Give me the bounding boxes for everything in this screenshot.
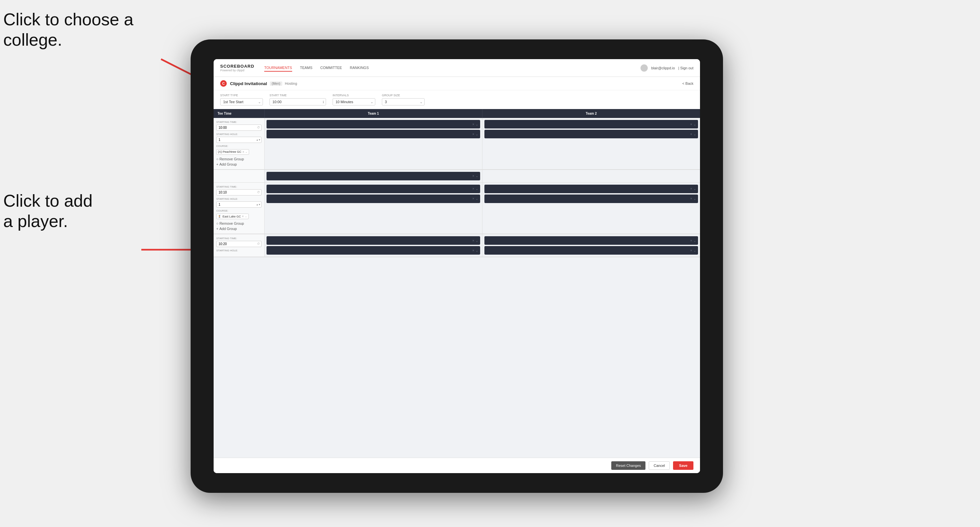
time-icon-1: ⏱ [257,126,260,129]
slot-arr-icon[interactable]: ⌄ [476,132,478,136]
player-slot-2-2-2[interactable]: × ⌄ [484,195,698,203]
group-size-group: Group Size 3 [382,94,425,105]
player-slot-2-2-1[interactable]: × ⌄ [484,185,698,193]
sub-header: C Clippd Invitational (Men) Hosting < Ba… [214,77,700,90]
group-size-select[interactable]: 3 [382,98,425,105]
add-group-btn-2[interactable]: + Add Group [216,226,262,231]
add-icon-1: + [216,162,218,166]
player-slot-1-1-1[interactable]: × ⌄ [267,120,480,129]
slot-arr-icon[interactable]: ⌄ [476,249,478,252]
tablet-screen: SCOREBOARD Powered by clippd TOURNAMENTS… [214,59,700,473]
slot-x-icon[interactable]: × [690,132,692,136]
slot-arr-icon[interactable]: ⌄ [476,174,478,178]
slot-x-icon[interactable]: × [472,249,474,252]
slot-x-icon[interactable]: × [472,239,474,243]
course-arr-2[interactable]: ⌄ [245,215,247,218]
brand-logo: SCOREBOARD Powered by clippd [220,64,264,72]
slot-arr-icon[interactable]: ⌄ [694,122,696,126]
slot-x-icon[interactable]: × [690,122,692,126]
teams-col-3: × ⌄ × ⌄ × ⌄ [264,234,700,257]
nav-committee[interactable]: COMMITTEE [320,64,342,71]
player-slot-1-2-2[interactable]: × ⌄ [484,130,698,138]
remove-group-btn-2[interactable]: ○ Remove Group [216,221,262,226]
team1-col-1b: × ⌄ [264,170,482,183]
slot-arr-icon[interactable]: ⌄ [694,187,696,190]
starting-time-input-2[interactable] [216,189,262,195]
slot-x-icon[interactable]: × [472,122,474,126]
content-area: Tee Time Team 1 Team 2 STARTING TIME: ⏱ … [214,109,700,473]
starting-hole-label-2: STARTING HOLE: [216,197,262,200]
course-arr-1[interactable]: ⌄ [245,151,247,154]
player-slot-1-1-2[interactable]: × ⌄ [267,130,480,138]
app-logo: C [220,80,227,87]
brand-sub: Powered by clippd [220,69,264,72]
slot-arr-icon[interactable]: ⌄ [694,132,696,136]
remove-group-label-1: Remove Group [220,157,244,161]
slot-x-icon[interactable]: × [472,174,474,178]
save-button[interactable]: Save [673,461,694,470]
course-remove-2[interactable]: × [242,214,244,218]
team1-col-3: × ⌄ × ⌄ [264,234,482,257]
player-slot-1-2-1[interactable]: × ⌄ [484,120,698,129]
slot-arr-icon[interactable]: ⌄ [476,197,478,200]
start-type-group: Start Type 1st Tee Start [220,94,263,105]
slot-x-icon[interactable]: × [472,197,474,200]
nav-rankings[interactable]: RANKINGS [350,64,369,71]
slot-x-icon[interactable]: × [690,249,692,252]
player-slot-3-1-1[interactable]: × ⌄ [267,236,480,245]
player-slot-2-1-1[interactable]: × ⌄ [267,185,480,193]
group-row-2: STARTING TIME: ⏱ STARTING HOLE: ▲▼ COURS… [214,183,700,235]
add-group-btn-1[interactable]: + Add Group [216,162,262,167]
annotation-add-player: Click to adda player. [3,190,93,232]
hosting-label: Hosting [285,81,297,86]
cancel-button[interactable]: Cancel [649,461,670,470]
course-tag-2[interactable]: 🏌 East Lake GC × ⌄ [216,214,249,219]
slot-arr-icon[interactable]: ⌄ [694,197,696,200]
slot-arr-icon[interactable]: ⌄ [476,239,478,243]
nav-bar: SCOREBOARD Powered by clippd TOURNAMENTS… [214,59,700,77]
remove-group-btn-1[interactable]: ○ Remove Group [216,157,262,161]
back-button[interactable]: < Back [682,81,694,86]
slot-arr-icon[interactable]: ⌄ [476,187,478,190]
col-team2: Team 2 [482,109,700,118]
course-tag-1[interactable]: (A) Peachtree GC × ⌄ [216,149,249,155]
start-type-select[interactable]: 1st Tee Start [220,98,263,105]
slot-arr-icon[interactable]: ⌄ [476,122,478,126]
col-tee-time: Tee Time [214,109,264,118]
group-row-3: STARTING TIME: ⏱ STARTING HOLE: × ⌄ [214,234,700,257]
starting-hole-input-1[interactable] [216,137,262,143]
slot-x-icon[interactable]: × [472,187,474,190]
player-slot-1b-1-1[interactable]: × ⌄ [267,172,480,180]
tee-actions-2: ○ Remove Group + Add Group [216,221,262,231]
slot-arr-icon[interactable]: ⌄ [694,249,696,252]
teams-col-1: × ⌄ × ⌄ × ⌄ [264,118,700,169]
player-slot-2-1-2[interactable]: × ⌄ [267,195,480,203]
slot-arr-icon[interactable]: ⌄ [694,239,696,243]
sign-out-link[interactable]: | Sign out [678,66,694,70]
player-slot-3-2-1[interactable]: × ⌄ [484,236,698,245]
starting-time-input-1[interactable] [216,124,262,131]
slot-x-icon[interactable]: × [690,239,692,243]
nav-tournaments[interactable]: TOURNAMENTS [264,64,292,71]
player-slot-3-2-2[interactable]: × ⌄ [484,246,698,255]
course-label-1: COURSE: [216,144,262,148]
slot-x-icon[interactable]: × [690,187,692,190]
starting-time-input-3[interactable] [216,241,262,247]
hole-arrows-1[interactable]: ▲▼ [256,139,261,141]
course-remove-1[interactable]: × [243,150,245,154]
remove-icon-2: ○ [216,221,218,225]
tee-actions-1: ○ Remove Group + Add Group [216,157,262,167]
start-time-input[interactable] [269,98,326,105]
info-icon: ℹ [323,100,324,104]
nav-teams[interactable]: TEAMS [300,64,313,71]
player-slot-3-1-2[interactable]: × ⌄ [267,246,480,255]
team1-col-1: × ⌄ × ⌄ [264,118,482,169]
starting-hole-input-2[interactable] [216,202,262,208]
slot-x-icon[interactable]: × [690,197,692,200]
start-type-label: Start Type [220,94,263,97]
slot-x-icon[interactable]: × [472,132,474,136]
team2-col-3: × ⌄ × ⌄ [482,234,700,257]
hole-arrows-2[interactable]: ▲▼ [256,203,261,205]
reset-changes-button[interactable]: Reset Changes [611,461,646,470]
intervals-select[interactable]: 10 Minutes [332,98,375,105]
